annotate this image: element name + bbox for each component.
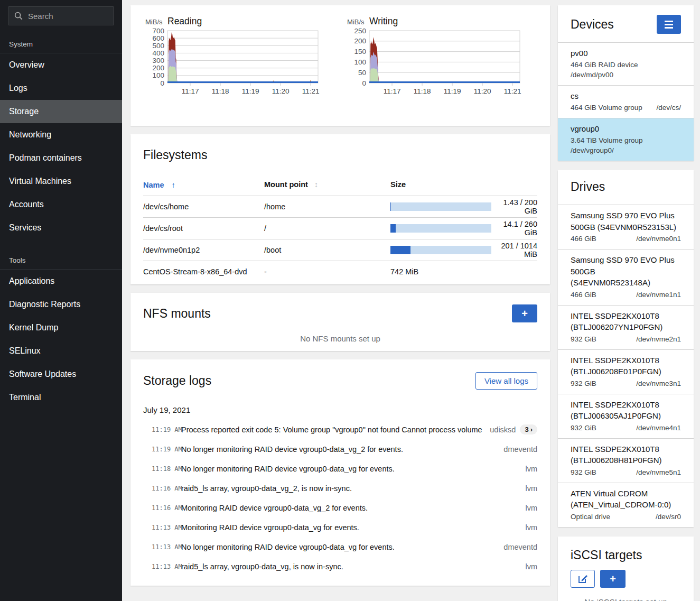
filesystem-row[interactable]: /dev/cs/home /home 1.43 / 200 GiB	[143, 196, 537, 217]
sidebar-item-terminal[interactable]: Terminal	[0, 386, 122, 409]
device-row[interactable]: vgroup0 3.64 TiB Volume group /dev/vgrou…	[558, 118, 694, 161]
sidebar-item-podman-containers[interactable]: Podman containers	[0, 146, 122, 170]
svg-text:11:21: 11:21	[302, 87, 320, 95]
sidebar-item-accounts[interactable]: Accounts	[0, 193, 122, 216]
log-entry-row[interactable]: 11:16 AM Monitoring RAID device vgroup0-…	[143, 498, 537, 517]
sidebar-item-kernel-dump[interactable]: Kernel Dump	[0, 316, 122, 339]
drive-row[interactable]: INTEL SSDPE2KX010T8 (BTLJ006207YN1P0FGN)…	[558, 306, 694, 350]
drives-card: Drives Samsung SSD 970 EVO Plus 500GB (S…	[558, 170, 694, 527]
usage-bar	[390, 224, 491, 233]
nav-section-label: Tools	[0, 249, 122, 270]
devices-menu-button[interactable]	[657, 15, 681, 34]
sidebar-item-virtual-machines[interactable]: Virtual Machines	[0, 170, 122, 193]
add-iscsi-button[interactable]: +	[600, 570, 626, 588]
svg-text:11:19: 11:19	[242, 87, 259, 95]
svg-text:11:18: 11:18	[414, 87, 431, 95]
drive-row[interactable]: Samsung SSD 970 EVO Plus 500GB (S4EVNM0R…	[558, 249, 694, 306]
log-entry-row[interactable]: 11:13 AM raid5_ls array, vgroup0-data_vg…	[143, 557, 537, 576]
svg-text:400: 400	[152, 49, 164, 57]
filesystem-row[interactable]: CentOS-Stream-8-x86_64-dvd - 742 MiB	[143, 261, 537, 282]
svg-text:11:20: 11:20	[474, 87, 491, 95]
search-input[interactable]	[8, 6, 114, 25]
column-header-name[interactable]: Name↑	[143, 180, 264, 189]
io-charts-card: MiB/s Reading 700600500400300200100011:1…	[130, 5, 550, 126]
drive-row[interactable]: Samsung SSD 970 EVO Plus 500GB (S4EVNM0R…	[558, 205, 694, 249]
nav-section-label: System	[0, 33, 122, 53]
sidebar-item-applications[interactable]: Applications	[0, 270, 122, 293]
svg-text:300: 300	[152, 57, 164, 64]
main-column: MiB/s Reading 700600500400300200100011:1…	[130, 5, 550, 586]
log-entry-row[interactable]: 11:18 AM No longer monitoring RAID devic…	[143, 459, 537, 478]
search-icon	[14, 11, 23, 21]
sidebar-item-software-updates[interactable]: Software Updates	[0, 363, 122, 386]
svg-text:11:19: 11:19	[444, 87, 461, 95]
svg-text:100: 100	[354, 58, 366, 66]
log-entry-row[interactable]: 11:13 AM Monitoring RAID device vgroup0-…	[143, 517, 537, 537]
writing-title: Writing	[369, 16, 398, 27]
device-row[interactable]: pv00 464 GiB RAID device /dev/md/pv00	[558, 43, 694, 86]
filesystems-title: Filesystems	[143, 148, 537, 162]
reading-unit-label: MiB/s	[145, 18, 167, 26]
add-nfs-mount-button[interactable]: +	[512, 304, 537, 322]
sidebar-item-logs[interactable]: Logs	[0, 77, 122, 100]
svg-text:200: 200	[152, 64, 164, 72]
reading-plot: 700600500400300200100011:1711:1811:1911:…	[145, 27, 321, 99]
hamburger-icon	[657, 21, 681, 29]
nav-section: System OverviewLogsStorageNetworkingPodm…	[0, 33, 122, 239]
app-root: System OverviewLogsStorageNetworkingPodm…	[0, 0, 700, 601]
log-count-badge: 3›	[520, 424, 537, 434]
sidebar-item-selinux[interactable]: SELinux	[0, 339, 122, 363]
svg-text:11:18: 11:18	[212, 87, 229, 95]
chevron-right-icon: ›	[530, 426, 533, 433]
iscsi-empty-state: No iSCSI targets set up	[571, 597, 681, 601]
reading-chart: MiB/s Reading 700600500400300200100011:1…	[145, 16, 321, 121]
nfs-empty-state: No NFS mounts set up	[143, 334, 537, 343]
filesystems-table: Name↑ Mount point↕ Size /dev/cs/home /ho…	[143, 175, 537, 282]
svg-text:200: 200	[354, 37, 366, 45]
sidebar-search	[8, 6, 114, 25]
svg-text:250: 250	[354, 27, 366, 35]
log-entry-row[interactable]: 11:19 AM No longer monitoring RAID devic…	[143, 439, 537, 459]
svg-text:500: 500	[152, 42, 164, 50]
svg-text:100: 100	[152, 71, 164, 79]
storage-logs-title: Storage logs	[143, 374, 211, 388]
log-entry-row[interactable]: 11:19 AM Process reported exit code 5: V…	[143, 420, 537, 439]
writing-plot: 25020015010050011:1711:1811:1911:2011:21	[347, 27, 522, 99]
sidebar-item-services[interactable]: Services	[0, 216, 122, 239]
column-header-size: Size	[390, 180, 537, 189]
edit-icon	[578, 574, 587, 584]
svg-text:11:17: 11:17	[182, 87, 199, 95]
sidebar-item-storage[interactable]: Storage	[0, 100, 122, 123]
devices-card: Devices pv00 464 GiB RAID device /dev/md…	[558, 5, 694, 161]
filesystem-row[interactable]: /dev/cs/root / 14.1 / 260 GiB	[143, 217, 537, 239]
devices-title: Devices	[571, 17, 614, 32]
column-header-mount-point[interactable]: Mount point↕	[264, 180, 390, 189]
view-all-logs-button[interactable]: View all logs	[475, 372, 537, 390]
filesystem-row[interactable]: /dev/nvme0n1p2 /boot 201 / 1014 MiB	[143, 239, 537, 261]
drive-row[interactable]: INTEL SSDPE2KX010T8 (BTLJ006208H81P0FGN)…	[558, 439, 694, 483]
main-content: MiB/s Reading 700600500400300200100011:1…	[122, 0, 700, 601]
device-row[interactable]: cs 464 GiB Volume group /dev/cs/	[558, 86, 694, 118]
drive-row[interactable]: ATEN Virtual CDROM (ATEN_Virtual_CDROM-0…	[558, 483, 694, 527]
writing-chart: MiB/s Writing 25020015010050011:1711:181…	[347, 16, 522, 121]
svg-text:600: 600	[152, 34, 164, 42]
sidebar-item-diagnostic-reports[interactable]: Diagnostic Reports	[0, 293, 122, 316]
sidebar: System OverviewLogsStorageNetworkingPodm…	[0, 0, 122, 601]
drives-title: Drives	[571, 180, 605, 194]
drive-row[interactable]: INTEL SSDPE2KX010T8 (BTLJ006305AJ1P0FGN)…	[558, 394, 694, 439]
edit-iscsi-button[interactable]	[571, 570, 595, 588]
side-column: Devices pv00 464 GiB RAID device /dev/md…	[558, 5, 694, 601]
sidebar-item-overview[interactable]: Overview	[0, 53, 122, 77]
sidebar-item-networking[interactable]: Networking	[0, 123, 122, 146]
iscsi-targets-card: iSCSI targets + No iSCSI targets set up	[558, 537, 694, 601]
sidebar-nav: System OverviewLogsStorageNetworkingPodm…	[0, 33, 122, 409]
log-entry-row[interactable]: 11:13 AM No longer monitoring RAID devic…	[143, 537, 537, 557]
log-list: 11:19 AM Process reported exit code 5: V…	[143, 420, 537, 576]
log-entry-row[interactable]: 11:16 AM raid5_ls array, vgroup0-data_vg…	[143, 478, 537, 498]
usage-bar	[390, 246, 491, 254]
drive-row[interactable]: INTEL SSDPE2KX010T8 (BTLJ006208E01P0FGN)…	[558, 350, 694, 394]
nfs-mounts-title: NFS mounts	[143, 307, 211, 321]
svg-text:700: 700	[152, 27, 164, 35]
nav-section: Tools ApplicationsDiagnostic ReportsKern…	[0, 249, 122, 409]
filesystems-card: Filesystems Name↑ Mount point↕ Size	[130, 134, 550, 284]
